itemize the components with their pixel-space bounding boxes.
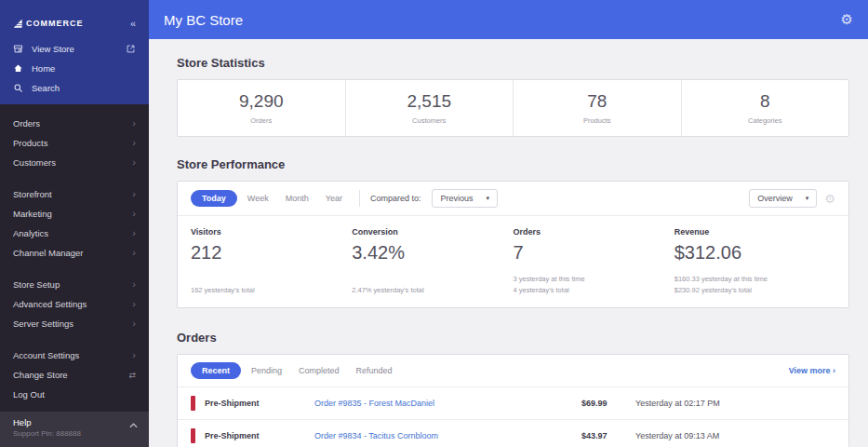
metric-label: Conversion xyxy=(352,227,503,237)
bigcommerce-sail-icon xyxy=(13,19,23,29)
divider xyxy=(359,190,360,207)
metric-revenue: Revenue $312.06 $160.33 yesterday at thi… xyxy=(674,227,835,296)
stat-label: Products xyxy=(583,116,611,125)
view-more-link[interactable]: View more › xyxy=(789,366,835,375)
help-title: Help xyxy=(13,417,136,427)
sidebar-item-log-out[interactable]: Log Out xyxy=(0,385,149,404)
stat-products[interactable]: 78 Products xyxy=(514,80,682,136)
bigcommerce-logo[interactable]: COMMERCE xyxy=(13,19,84,29)
sidebar-item-analytics[interactable]: Analytics › xyxy=(0,224,149,243)
metric-visitors: Visitors 212 162 yesterday's total xyxy=(191,227,352,296)
sidebar-nav: Orders › Products › Customers › Storefro… xyxy=(0,104,149,404)
store-statistics-title: Store Statistics xyxy=(177,56,849,70)
store-statistics-card: 9,290 Orders 2,515 Customers 78 Products… xyxy=(177,79,849,137)
sidebar-item-server-settings[interactable]: Server Settings › xyxy=(0,314,149,333)
sidebar-item-label: Orders xyxy=(13,118,132,129)
chevron-down-icon: ▾ xyxy=(486,195,489,202)
sidebar-item-account-settings[interactable]: Account Settings › xyxy=(0,345,149,365)
stat-value: 2,515 xyxy=(407,91,451,112)
sidebar: COMMERCE « View Store Home xyxy=(0,0,149,447)
overview-value: Overview xyxy=(757,194,793,203)
order-link[interactable]: Order #9834 - Tacitus Cornbloom xyxy=(314,431,581,440)
metric-sub xyxy=(352,274,503,285)
stat-value: 78 xyxy=(587,91,607,112)
sidebar-item-label: Home xyxy=(32,63,136,74)
stat-label: Customers xyxy=(412,116,446,125)
order-status: Pre-Shipment xyxy=(205,399,314,408)
sidebar-item-label: Storefront xyxy=(13,189,132,199)
metric-value: $312.06 xyxy=(674,242,826,264)
chevron-up-icon xyxy=(129,423,138,428)
sidebar-item-label: Analytics xyxy=(13,228,132,238)
sidebar-collapse-icon[interactable]: « xyxy=(130,18,136,29)
tab-refunded[interactable]: Refunded xyxy=(350,362,399,379)
metric-value: 3.42% xyxy=(352,242,503,264)
sidebar-item-storefront[interactable]: Storefront › xyxy=(0,184,149,204)
metric-sub: 4 yesterday's total xyxy=(514,285,665,296)
sidebar-item-label: Server Settings xyxy=(13,318,132,329)
order-status: Pre-Shipment xyxy=(205,431,314,440)
support-pin: Support Pin: 888888 xyxy=(13,429,136,438)
chevron-right-icon: › xyxy=(132,299,136,309)
stat-categories[interactable]: 8 Categories xyxy=(682,80,849,136)
sidebar-item-label: Marketing xyxy=(13,209,132,219)
sidebar-item-change-store[interactable]: Change Store ⇄ xyxy=(0,365,149,385)
order-row[interactable]: Pre-Shipment Order #9835 - Forest MacDan… xyxy=(178,386,848,419)
order-row[interactable]: Pre-Shipment Order #9834 - Tacitus Cornb… xyxy=(178,419,848,447)
orders-card: Recent Pending Completed Refunded View m… xyxy=(177,354,849,447)
stat-value: 8 xyxy=(760,91,770,112)
sidebar-item-customers[interactable]: Customers › xyxy=(0,153,149,172)
sidebar-item-channel-manager[interactable]: Channel Manager › xyxy=(0,243,149,263)
chevron-down-icon: ▾ xyxy=(806,195,809,202)
gear-icon[interactable]: ⚙ xyxy=(841,11,853,28)
order-amount: $43.97 xyxy=(581,431,635,440)
stat-label: Categories xyxy=(748,116,781,125)
sidebar-item-view-store[interactable]: View Store xyxy=(0,39,149,59)
tab-recent[interactable]: Recent xyxy=(191,362,241,379)
sidebar-item-search[interactable]: Search xyxy=(0,78,149,98)
tab-month[interactable]: Month xyxy=(279,190,315,207)
compared-to-select[interactable]: Previous ▾ xyxy=(432,189,498,208)
sidebar-help-panel[interactable]: Help Support Pin: 888888 xyxy=(0,412,149,447)
stat-customers[interactable]: 2,515 Customers xyxy=(346,80,514,136)
tab-pending[interactable]: Pending xyxy=(245,362,288,379)
chevron-right-icon: › xyxy=(132,209,136,219)
chevron-right-icon: › xyxy=(132,138,136,148)
metric-sub: $160.33 yesterday at this time xyxy=(674,274,826,285)
metric-value: 212 xyxy=(191,242,342,264)
sidebar-item-label: Channel Manager xyxy=(13,248,132,258)
sidebar-item-orders[interactable]: Orders › xyxy=(0,114,149,133)
external-link-icon xyxy=(126,44,136,54)
metric-sub: 162 yesterday's total xyxy=(191,285,342,296)
overview-select[interactable]: Overview ▾ xyxy=(749,189,817,208)
swap-arrows-icon: ⇄ xyxy=(128,371,136,380)
tab-today[interactable]: Today xyxy=(191,190,237,207)
tab-year[interactable]: Year xyxy=(319,190,349,207)
sidebar-item-label: View Store xyxy=(32,44,117,54)
dashboard-content: Store Statistics 9,290 Orders 2,515 Cust… xyxy=(149,56,868,447)
tab-completed[interactable]: Completed xyxy=(292,362,346,379)
order-time: Yesterday at 09:13 AM xyxy=(635,431,719,440)
sidebar-item-home[interactable]: Home xyxy=(0,59,149,78)
chevron-right-icon: › xyxy=(132,350,136,360)
sidebar-item-products[interactable]: Products › xyxy=(0,133,149,153)
sidebar-item-label: Store Setup xyxy=(13,279,132,290)
gear-icon[interactable]: ⚙ xyxy=(824,192,835,206)
stat-orders[interactable]: 9,290 Orders xyxy=(178,80,346,136)
sidebar-item-store-setup[interactable]: Store Setup › xyxy=(0,275,149,294)
sidebar-item-advanced-settings[interactable]: Advanced Settings › xyxy=(0,294,149,314)
sidebar-item-marketing[interactable]: Marketing › xyxy=(0,204,149,224)
sidebar-item-label: Account Settings xyxy=(13,350,132,360)
chevron-right-icon: › xyxy=(132,228,136,238)
metric-label: Revenue xyxy=(674,227,826,237)
order-link[interactable]: Order #9835 - Forest MacDaniel xyxy=(314,399,581,408)
tab-week[interactable]: Week xyxy=(241,190,275,207)
sidebar-item-label: Customers xyxy=(13,157,132,168)
sidebar-item-label: Search xyxy=(32,83,136,93)
status-indicator xyxy=(191,428,195,443)
main-area: My BC Store ⚙ Store Statistics 9,290 Ord… xyxy=(149,0,868,447)
metric-sub: 2.47% yesterday's total xyxy=(352,285,503,296)
metric-orders: Orders 7 3 yesterday at this time 4 yest… xyxy=(514,227,674,296)
store-title: My BC Store xyxy=(164,12,841,28)
search-icon xyxy=(13,83,23,93)
